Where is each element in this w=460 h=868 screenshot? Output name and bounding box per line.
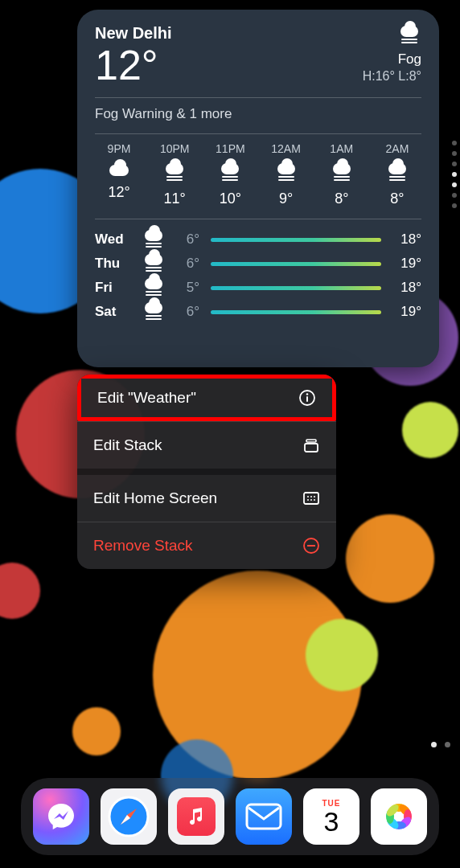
hour-slot: 1AM8° [318, 142, 366, 207]
svg-rect-2 [306, 396, 308, 402]
grid-icon [302, 489, 320, 507]
fog-icon [218, 162, 242, 184]
svg-rect-3 [306, 440, 316, 442]
fog-icon [142, 276, 166, 299]
menu-label: Edit Home Screen [93, 489, 217, 507]
app-photos[interactable] [371, 788, 427, 845]
svg-rect-4 [305, 444, 318, 452]
stack-icon [302, 436, 320, 454]
hour-slot: 10PM11° [150, 142, 199, 207]
day-row: Sat6°19° [95, 300, 421, 324]
info-icon [298, 389, 316, 407]
svg-point-9 [307, 499, 309, 501]
hourly-forecast: 9PM12° 10PM11° 11PM10° 12AM9° 1AM8° 2AM8… [95, 142, 421, 207]
hour-slot: 12AM9° [262, 142, 310, 207]
weather-high-low: H:16° L:8° [363, 69, 421, 84]
weather-condition: Fog [363, 51, 421, 68]
weather-temp: 12° [95, 44, 172, 86]
home-page-dots[interactable] [431, 742, 450, 747]
svg-rect-5 [304, 493, 318, 504]
menu-remove-stack[interactable]: Remove Stack [77, 522, 336, 569]
app-music[interactable] [168, 788, 224, 845]
fog-icon [330, 162, 354, 184]
svg-rect-18 [247, 805, 281, 829]
stack-page-dots [452, 141, 457, 208]
widget-context-menu: Edit "Weather" Edit Stack Edit Home Scre… [77, 375, 336, 569]
svg-point-10 [310, 499, 312, 501]
menu-label: Edit "Weather" [97, 389, 196, 407]
menu-edit-home-screen[interactable]: Edit Home Screen [77, 475, 336, 522]
svg-point-8 [314, 496, 315, 497]
weather-location: New Delhi [95, 24, 172, 43]
menu-edit-weather[interactable]: Edit "Weather" [77, 375, 336, 421]
fog-icon [274, 162, 298, 184]
menu-label: Remove Stack [93, 537, 193, 555]
svg-point-7 [310, 496, 312, 497]
fog-icon [142, 228, 166, 251]
day-row: Fri5°18° [95, 276, 421, 300]
weather-widget[interactable]: New Delhi 12° Fog H:16° L:8° Fog Warning… [77, 10, 439, 367]
minus-circle-icon [302, 537, 320, 555]
hour-slot: 11PM10° [206, 142, 254, 207]
menu-edit-stack[interactable]: Edit Stack [77, 422, 336, 469]
daily-forecast: Wed6°18° Thu6°19° Fri5°18° Sat6°19° [95, 227, 421, 324]
day-row: Wed6°18° [95, 227, 421, 252]
svg-point-6 [307, 496, 309, 497]
fog-icon [142, 252, 166, 275]
app-calendar[interactable]: TUE 3 [303, 788, 359, 845]
calendar-day: 3 [324, 808, 339, 835]
hour-slot: 2AM8° [373, 142, 421, 207]
fog-icon [142, 301, 166, 323]
fog-icon [385, 162, 409, 184]
app-mail[interactable] [236, 788, 292, 845]
weather-alert: Fog Warning & 1 more [95, 106, 421, 122]
day-row: Thu6°19° [95, 252, 421, 276]
dock: TUE 3 [21, 778, 439, 855]
app-safari[interactable] [101, 788, 157, 845]
app-messenger[interactable] [33, 788, 89, 845]
menu-label: Edit Stack [93, 436, 162, 454]
svg-point-1 [306, 393, 309, 395]
svg-point-11 [314, 499, 315, 501]
cloud-icon [107, 162, 131, 178]
hour-slot: 9PM12° [95, 142, 143, 207]
fog-icon [162, 162, 187, 184]
fog-icon [397, 24, 421, 47]
